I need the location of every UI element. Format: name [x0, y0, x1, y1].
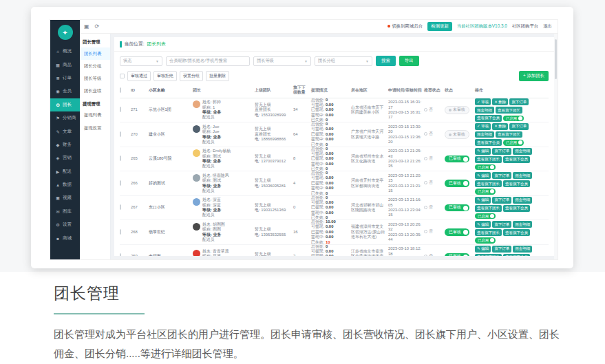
op-button[interactable]: 查看旗下团长 [475, 229, 502, 236]
op-button[interactable]: 佣金明细 [475, 131, 494, 138]
switch-backend-link[interactable]: 切换到商城后台 [388, 23, 423, 30]
status-toggle[interactable]: 已审核 [445, 253, 469, 256]
sidebar-item-mall[interactable]: ■商城 [50, 231, 80, 244]
collapse-menu-icon[interactable]: ▣ [84, 23, 89, 30]
status-toggle[interactable]: 已审核 [445, 156, 469, 162]
group-select[interactable]: 团长分组▼ [315, 56, 372, 66]
sidebar-item-members[interactable]: ◉会员 [50, 85, 80, 98]
op-button[interactable]: 旗下订单 [509, 123, 529, 130]
submenu-item[interactable]: 团长等级 [80, 72, 110, 85]
select-all-checkbox[interactable] [120, 74, 125, 78]
scrollbar-thumb[interactable] [555, 39, 557, 79]
sidebar-item-delivery[interactable]: ▶配送 [50, 165, 80, 178]
op-button[interactable]: ✎ 编辑 [475, 221, 491, 228]
sidebar-item-finance[interactable]: ◆财务 [50, 138, 80, 151]
op-button[interactable]: 佣金明细 [513, 221, 532, 228]
status-toggle[interactable]: 已审核 [445, 180, 469, 186]
submenu-item[interactable]: 提现设置 [80, 122, 110, 134]
batch-button[interactable]: 设置分组 [180, 71, 203, 81]
op-button[interactable]: ✎ 编辑 [475, 246, 491, 253]
batch-button[interactable]: 批量删除 [206, 71, 229, 81]
recommend-badge[interactable]: 否 [424, 156, 433, 161]
sidebar-item-data[interactable]: ▲数据 [50, 178, 80, 191]
status-toggle[interactable]: 已审核 [445, 228, 469, 235]
op-button[interactable]: 查看旗下会员 [503, 254, 530, 256]
submenu-item[interactable]: 团长分组 [80, 60, 110, 72]
sidebar-item-orders[interactable]: ≣订单 [50, 72, 80, 85]
op-button[interactable]: 旗下订单 [509, 98, 529, 105]
op-button[interactable]: 旗下订单 [492, 148, 511, 155]
sidebar-item-settings[interactable]: ⚙设置 [50, 218, 80, 231]
search-button[interactable]: 搜索 [376, 56, 396, 66]
header-checkbox[interactable] [120, 87, 121, 93]
op-button[interactable]: 查看旗下会员 [503, 156, 530, 163]
op-button[interactable]: 旗下订单 [492, 172, 511, 179]
row-checkbox[interactable] [120, 204, 121, 210]
row-checkbox[interactable] [120, 156, 121, 161]
op-button[interactable]: ✓ 审核 [475, 123, 491, 130]
check-update-button[interactable]: 检测更新 [427, 22, 452, 31]
recommend-badge[interactable]: 否 [424, 107, 433, 112]
op-button[interactable]: 查看旗下会员 [475, 139, 502, 146]
enable-toggle[interactable]: 已启用 [503, 140, 524, 146]
row-checkbox[interactable] [120, 131, 121, 137]
op-button[interactable]: 旗下订单 [492, 197, 511, 204]
submenu-item[interactable]: 团长列表 [80, 47, 110, 60]
enable-toggle[interactable]: 已启用 [503, 116, 524, 122]
op-button[interactable]: 佣金明细 [475, 107, 494, 114]
recommend-badge[interactable]: 否 [424, 131, 433, 136]
recommend-badge[interactable]: 否 [424, 180, 433, 185]
row-checkbox[interactable] [120, 107, 121, 112]
sidebar-item-goods[interactable]: ▦商品 [50, 58, 80, 71]
op-button[interactable]: 查看旗下团长 [475, 205, 502, 212]
scrollbar[interactable] [554, 34, 558, 259]
row-checkbox[interactable] [120, 180, 121, 186]
op-button[interactable]: 查看旗下会员 [503, 229, 530, 236]
op-button[interactable]: 查看旗下团长 [496, 131, 522, 138]
op-button[interactable]: ✎ 编辑 [475, 197, 491, 204]
enable-toggle[interactable]: 已启用 [475, 237, 496, 244]
op-button[interactable]: 查看旗下团长 [475, 180, 502, 187]
op-button[interactable]: 查看旗下团长 [496, 107, 522, 114]
batch-button[interactable]: 审核通过 [127, 71, 151, 81]
enable-toggle[interactable]: 已启用 [475, 189, 496, 195]
enable-toggle[interactable]: 已启用 [475, 164, 496, 171]
op-button[interactable]: ✕ 删除 [492, 98, 508, 105]
op-button[interactable]: 查看旗下会员 [503, 205, 530, 212]
row-checkbox[interactable] [120, 229, 121, 235]
recommend-badge[interactable]: 否 [424, 254, 433, 256]
refresh-icon[interactable]: ⟳ [95, 23, 100, 30]
status-toggle[interactable]: 已审核 [445, 204, 469, 211]
op-button[interactable]: ✓ 审核 [475, 98, 491, 105]
enable-toggle[interactable]: 已启用 [475, 213, 496, 220]
op-button[interactable]: 查看旗下会员 [475, 115, 502, 122]
sidebar-item-articles[interactable]: ✎文章 [50, 125, 80, 138]
op-button[interactable]: ✕ 删除 [492, 123, 508, 130]
breadcrumb-current[interactable]: 团长列表 [147, 41, 166, 47]
level-select[interactable]: 团长等级▼ [253, 56, 311, 66]
op-button[interactable]: ✎ 编辑 [475, 172, 491, 179]
export-button[interactable]: 导出 [399, 56, 419, 66]
avatar[interactable]: ✦ [58, 25, 73, 40]
op-button[interactable]: 旗下订单 [492, 221, 511, 228]
sidebar-item-marketing[interactable]: ◈营销 [50, 151, 80, 164]
submenu-item[interactable]: 团长业绩 [80, 85, 110, 98]
op-button[interactable]: 佣金明细 [513, 246, 532, 253]
recommend-badge[interactable]: 否 [424, 229, 433, 234]
op-button[interactable]: 查看旗下团长 [475, 156, 502, 163]
op-button[interactable]: 佣金明细 [513, 197, 532, 204]
sidebar-item-media[interactable]: ✉图库 [50, 205, 80, 218]
sidebar-item-video[interactable]: ▣视频 [50, 191, 80, 204]
op-button[interactable]: ✎ 编辑 [475, 148, 491, 155]
add-leader-button[interactable]: + 添加团长 [519, 71, 549, 81]
status-select[interactable]: 状态▼ [120, 56, 162, 66]
logout-link[interactable]: 退出 [543, 23, 552, 30]
sidebar-item-overview[interactable]: ⌂概况 [50, 45, 80, 58]
search-input[interactable]: 会员昵称/团长姓名/手机号搜索 [166, 56, 250, 66]
batch-button[interactable]: 审核拒绝 [153, 71, 177, 81]
op-button[interactable]: 查看旗下会员 [503, 180, 530, 187]
op-button[interactable]: 佣金明细 [513, 172, 532, 179]
submenu-item[interactable]: 提现列表 [80, 109, 110, 122]
sidebar-item-leaders[interactable]: ✪团长 [50, 98, 80, 111]
platform-link[interactable]: 社区团购平台 [512, 23, 538, 30]
